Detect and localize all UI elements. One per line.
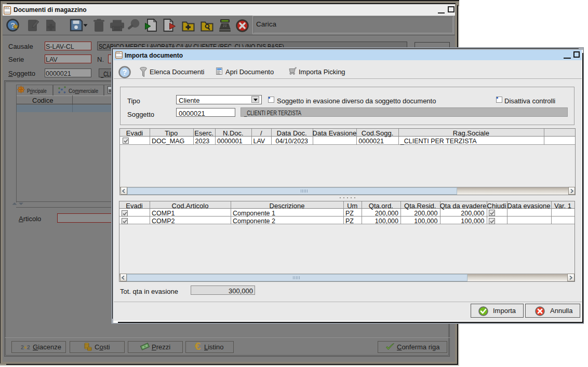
svg-text:?: ? (123, 68, 127, 76)
